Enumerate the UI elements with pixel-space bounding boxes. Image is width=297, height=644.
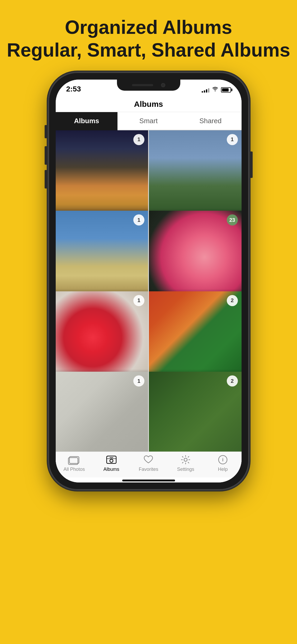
power-button [250,151,253,178]
promo-header: Organized Albums Regular, Smart, Shared … [7,16,290,62]
tab-favorites[interactable]: Favorites [130,454,167,472]
svg-point-4 [110,459,113,462]
segment-control: Albums Smart Shared [56,112,242,130]
help-label: Help [218,467,228,472]
settings-icon [179,454,192,465]
album-item-partial1[interactable]: 1 [56,372,148,452]
phone-mockup: 2:53 [48,72,249,490]
album-count-camera-roll: 23 [227,214,238,226]
album-count-partial1: 1 [133,375,144,387]
tab-all-photos[interactable]: All Photos [56,454,93,472]
volume-up-button [45,146,47,165]
notch-speaker [132,84,153,86]
album-count-partial2: 2 [227,375,238,387]
tab-albums-bottom[interactable]: Albums [93,454,130,472]
album-count-alappuzha: 1 [133,134,144,145]
album-count-thrissur: 2 [227,295,238,306]
album-count-bekal: 1 [133,214,144,226]
help-icon: i [216,454,229,465]
svg-point-0 [215,90,215,91]
svg-text:i: i [222,457,224,462]
notch [117,80,180,91]
albums-icon [105,454,118,465]
mute-button [45,125,47,138]
settings-label: Settings [177,467,194,472]
tab-smart[interactable]: Smart [117,112,180,130]
album-count-athirapally: 1 [227,134,238,145]
app-content: Albums Albums Smart Shared [56,95,242,482]
album-item-alappuzha[interactable]: 1 Alappuzha Trip 2015 [56,130,148,223]
album-item-partial2[interactable]: 2 [149,372,242,452]
tab-shared[interactable]: Shared [180,112,242,130]
album-item-macro[interactable]: 1 Macro shots [56,291,148,384]
favorites-label: Favorites [139,467,158,472]
home-indicator [122,480,175,481]
album-item-athirapally[interactable]: 1 Athirapally Trip 2016 [149,130,242,223]
tab-bar: All Photos Al [56,452,242,477]
all-photos-icon [68,454,81,465]
svg-point-5 [184,458,187,461]
battery-icon [221,87,231,93]
tab-albums[interactable]: Albums [56,112,118,130]
album-count-macro: 1 [133,295,144,306]
volume-down-button [45,170,47,188]
nav-title: Albums [56,95,242,112]
all-photos-label: All Photos [63,467,85,472]
tab-help[interactable]: i Help [204,454,242,472]
wifi-icon [212,86,218,93]
album-item-thrissur[interactable]: 2 Thrissur Pooram 2017 [149,291,242,384]
favorites-icon [142,454,155,465]
album-item-camera-roll[interactable]: 23 Camera Roll [149,211,242,303]
album-item-bekal[interactable]: 1 Bekal Trip 2017 [56,211,148,303]
albums-grid: 1 Alappuzha Trip 2015 1 Athirapally Trip… [56,130,242,452]
notch-camera [161,83,165,87]
promo-line2: Regular, Smart, Shared Albums [7,39,290,61]
battery-fill [222,88,229,91]
status-time: 2:53 [66,85,81,93]
albums-bottom-label: Albums [103,467,119,472]
phone-screen: 2:53 [56,80,242,482]
phone-shell: 2:53 [48,72,249,490]
promo-line1: Organized Albums [7,16,290,39]
status-icons [202,86,231,93]
signal-icon [202,87,209,93]
tab-settings[interactable]: Settings [167,454,204,472]
